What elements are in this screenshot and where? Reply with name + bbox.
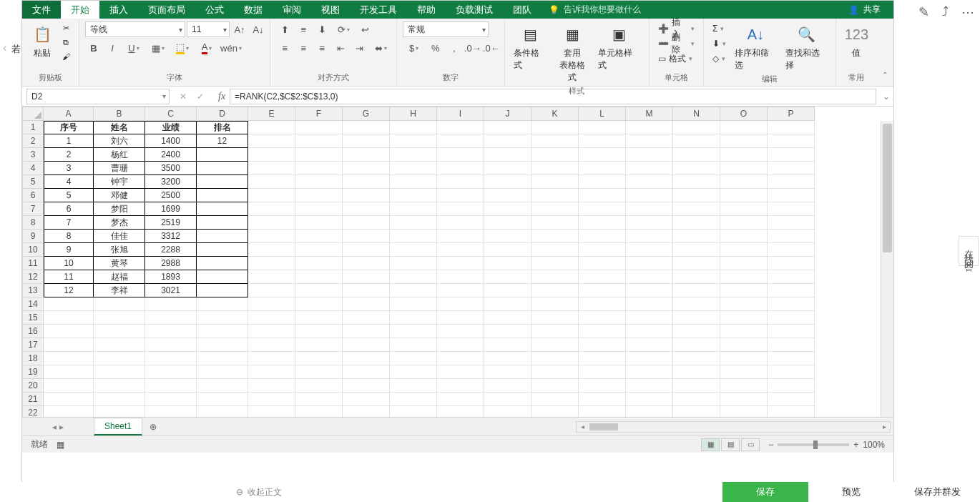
find-select-button[interactable]: 🔍查找和选择 <box>783 21 830 73</box>
row-header-4[interactable]: 4 <box>22 162 44 175</box>
page-break-view-button[interactable]: ▭ <box>741 438 760 451</box>
cell[interactable] <box>248 121 295 134</box>
cell[interactable] <box>768 162 815 175</box>
cell[interactable] <box>626 297 673 311</box>
cell[interactable] <box>720 257 768 270</box>
cell[interactable] <box>484 202 531 216</box>
cell[interactable]: 张旭 <box>94 243 145 257</box>
cell[interactable] <box>343 121 390 134</box>
cell[interactable] <box>197 352 248 365</box>
clear-button[interactable]: ◇▾ <box>710 51 729 66</box>
cell[interactable] <box>390 284 437 297</box>
cell[interactable] <box>768 338 815 352</box>
cell[interactable] <box>197 216 248 230</box>
cell[interactable] <box>343 338 390 352</box>
cell[interactable] <box>531 270 579 284</box>
normal-view-button[interactable]: ▦ <box>701 438 720 451</box>
align-left-button[interactable]: ≡ <box>276 40 293 56</box>
cell[interactable] <box>484 406 531 417</box>
cell[interactable] <box>390 365 437 379</box>
cell[interactable] <box>768 216 815 230</box>
col-header-M[interactable]: M <box>626 107 673 121</box>
cell[interactable] <box>343 230 390 243</box>
cell[interactable]: 姓名 <box>94 121 145 134</box>
autosum-button[interactable]: Σ▾ <box>710 21 729 36</box>
tab-layout[interactable]: 页面布局 <box>138 1 195 19</box>
cell[interactable] <box>437 406 484 417</box>
cell[interactable] <box>484 189 531 202</box>
vertical-scrollbar[interactable] <box>881 121 893 417</box>
decrease-font-button[interactable]: A↓ <box>250 21 267 37</box>
cell[interactable]: 3312 <box>145 230 197 243</box>
cell[interactable] <box>197 325 248 338</box>
cell[interactable] <box>44 338 94 352</box>
cell[interactable] <box>531 162 579 175</box>
col-header-G[interactable]: G <box>343 107 390 121</box>
row-header-8[interactable]: 8 <box>22 216 44 230</box>
cell[interactable] <box>390 162 437 175</box>
increase-indent-button[interactable]: ⇥ <box>351 40 368 56</box>
row-header-14[interactable]: 14 <box>22 297 44 311</box>
cell[interactable] <box>437 230 484 243</box>
cell[interactable] <box>579 243 626 257</box>
cell[interactable] <box>343 365 390 379</box>
cell[interactable]: 刘六 <box>94 134 145 148</box>
cell[interactable] <box>626 134 673 148</box>
cell[interactable] <box>579 379 626 393</box>
share-external-icon[interactable]: ⤴ <box>942 4 949 20</box>
cell[interactable] <box>626 352 673 365</box>
cell[interactable] <box>295 134 343 148</box>
cell[interactable] <box>626 216 673 230</box>
cell[interactable] <box>248 148 295 162</box>
cell[interactable] <box>579 352 626 365</box>
cell[interactable] <box>484 393 531 406</box>
cell[interactable] <box>626 311 673 325</box>
cell[interactable] <box>484 352 531 365</box>
cell[interactable] <box>197 189 248 202</box>
tab-file[interactable]: 文件 <box>22 1 61 19</box>
cell[interactable] <box>673 121 720 134</box>
cell[interactable] <box>197 175 248 189</box>
cell[interactable] <box>531 148 579 162</box>
cell[interactable] <box>579 270 626 284</box>
cell[interactable] <box>343 311 390 325</box>
cell[interactable] <box>295 202 343 216</box>
format-cells-button[interactable]: ▭格式▾ <box>655 51 697 66</box>
col-header-N[interactable]: N <box>673 107 720 121</box>
cell[interactable] <box>531 311 579 325</box>
col-header-H[interactable]: H <box>390 107 437 121</box>
orientation-button[interactable]: ⟳ <box>332 21 355 37</box>
cell[interactable] <box>248 379 295 393</box>
cell[interactable]: 8 <box>44 230 94 243</box>
cell[interactable] <box>437 311 484 325</box>
row-header-22[interactable]: 22 <box>22 406 44 417</box>
row-header-5[interactable]: 5 <box>22 175 44 189</box>
cell[interactable] <box>484 257 531 270</box>
cell[interactable] <box>390 406 437 417</box>
cell[interactable] <box>197 202 248 216</box>
cell[interactable] <box>720 134 768 148</box>
row-header-1[interactable]: 1 <box>22 121 44 134</box>
cell[interactable] <box>720 121 768 134</box>
cell[interactable] <box>626 202 673 216</box>
cell[interactable] <box>768 243 815 257</box>
cell[interactable] <box>197 257 248 270</box>
cell[interactable] <box>720 352 768 365</box>
cell[interactable] <box>626 257 673 270</box>
cell[interactable] <box>768 257 815 270</box>
cell[interactable] <box>626 230 673 243</box>
col-header-O[interactable]: O <box>720 107 768 121</box>
cell[interactable] <box>720 243 768 257</box>
cell[interactable] <box>295 284 343 297</box>
cell[interactable]: 3500 <box>145 162 197 175</box>
comma-button[interactable]: , <box>446 40 463 56</box>
preview-button[interactable]: 预览 <box>808 482 894 502</box>
cell[interactable] <box>626 189 673 202</box>
increase-decimal-button[interactable]: .0→ <box>464 40 481 56</box>
cell[interactable] <box>248 338 295 352</box>
phonetic-button[interactable]: wén <box>220 40 242 56</box>
cell[interactable]: 2288 <box>145 243 197 257</box>
cell[interactable] <box>295 365 343 379</box>
cell[interactable] <box>248 406 295 417</box>
row-header-10[interactable]: 10 <box>22 243 44 257</box>
